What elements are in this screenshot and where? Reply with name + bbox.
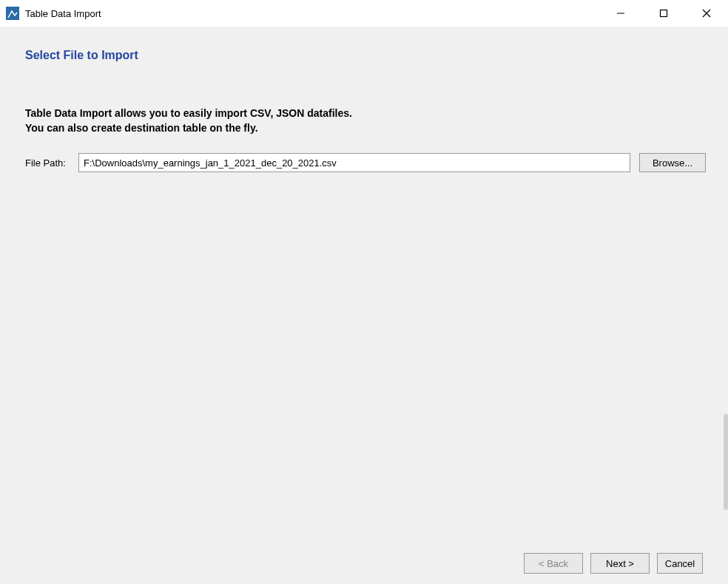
- back-button: < Back: [524, 553, 583, 574]
- title-bar: Table Data Import: [0, 0, 728, 27]
- window-title: Table Data Import: [25, 8, 101, 19]
- window-controls: [599, 0, 728, 27]
- svg-rect-2: [661, 10, 667, 17]
- page-heading: Select File to Import: [25, 49, 706, 62]
- file-path-row: File Path: Browse...: [25, 153, 706, 172]
- svg-rect-0: [6, 7, 19, 20]
- browse-button[interactable]: Browse...: [639, 153, 706, 172]
- description-line1: Table Data Import allows you to easily i…: [25, 106, 706, 121]
- file-path-input[interactable]: [78, 153, 630, 172]
- file-path-label: File Path:: [25, 157, 70, 169]
- wizard-footer: < Back Next > Cancel: [0, 543, 728, 584]
- cancel-button[interactable]: Cancel: [657, 553, 703, 574]
- minimize-button[interactable]: [599, 0, 642, 27]
- app-icon: [6, 7, 19, 20]
- next-button[interactable]: Next >: [590, 553, 650, 574]
- description-line2: You can also create destination table on…: [25, 121, 706, 136]
- maximize-button[interactable]: [642, 0, 685, 27]
- description-text: Table Data Import allows you to easily i…: [25, 106, 706, 135]
- scrollbar-thumb[interactable]: [724, 414, 728, 510]
- close-button[interactable]: [685, 0, 728, 27]
- content-area: Select File to Import Table Data Import …: [0, 27, 728, 543]
